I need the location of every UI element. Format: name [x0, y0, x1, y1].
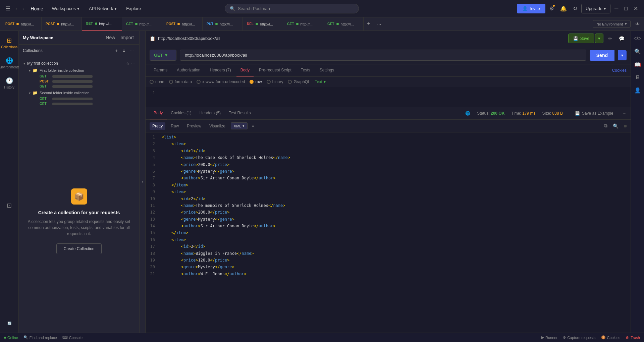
api-docs-button[interactable]: 📖 — [632, 59, 643, 70]
home-link[interactable]: Home — [28, 5, 46, 13]
format-selector[interactable]: XML ▾ — [231, 122, 248, 129]
urlencoded-radio[interactable] — [197, 80, 201, 84]
maximize-button[interactable]: □ — [622, 4, 630, 14]
collection-options-icon[interactable]: ··· — [131, 61, 135, 65]
tab-4[interactable]: POST http://l... — [162, 17, 203, 31]
graphql-radio[interactable] — [288, 80, 292, 84]
sidebar-history-button[interactable]: 🕐 History — [1, 74, 18, 93]
request-item-0-0[interactable]: GET — [38, 74, 137, 79]
tab-tests[interactable]: Tests — [297, 64, 314, 76]
resp-tab-headers[interactable]: Headers (5) — [196, 107, 225, 119]
url-input[interactable] — [180, 50, 586, 61]
sidebar-environments-button[interactable]: 🌐 Environments — [1, 54, 18, 72]
sidebar-runner-button[interactable]: 🔄 — [1, 318, 18, 329]
minimize-button[interactable]: ─ — [612, 4, 620, 14]
tab-headers[interactable]: Headers (7) — [206, 64, 235, 76]
resp-tab-testresults[interactable]: Test Results — [225, 107, 255, 119]
tab-7[interactable]: GET http://l... — [283, 17, 323, 31]
tab-settings[interactable]: Settings — [316, 64, 338, 76]
workspaces-menu[interactable]: Workspaces ▾ — [49, 5, 83, 12]
settings-button[interactable]: ⚙ — [547, 3, 556, 14]
body-option-urlencoded[interactable]: x-www-form-urlencoded — [197, 79, 245, 84]
send-dropdown-button[interactable]: ▾ — [618, 50, 627, 60]
api-network-menu[interactable]: API Network ▾ — [86, 5, 120, 12]
body-option-raw[interactable]: raw — [250, 79, 262, 84]
binary-radio[interactable] — [267, 80, 271, 84]
tab-authorization[interactable]: Authorization — [173, 64, 204, 76]
explore-link[interactable]: Explore — [123, 5, 144, 12]
fmt-visualize-button[interactable]: Visualize — [207, 122, 228, 130]
add-collection-button[interactable]: + — [114, 47, 119, 55]
collections-more-button[interactable]: ··· — [128, 47, 135, 55]
tab-6[interactable]: DEL http://l... — [243, 17, 283, 31]
search-response-button[interactable]: 🔍 — [611, 122, 620, 130]
create-collection-button[interactable]: Create Collection — [56, 243, 101, 254]
tab-3[interactable]: GET http://l... — [122, 17, 162, 31]
fmt-preview-button[interactable]: Preview — [184, 122, 204, 130]
tab-body[interactable]: Body — [236, 64, 254, 76]
folder-header-1[interactable]: ▾ 📁 Second folder inside collection — [27, 90, 137, 96]
resp-tab-cookies[interactable]: Cookies (1) — [167, 107, 195, 119]
body-option-formdata[interactable]: form-data — [169, 79, 192, 84]
console-button[interactable]: ⌨ Console — [62, 335, 83, 340]
upgrade-button[interactable]: Upgrade ▾ — [581, 4, 610, 13]
raw-radio[interactable] — [250, 80, 254, 84]
request-item-0-2[interactable]: GET — [38, 84, 137, 89]
sync-button[interactable]: ↻ — [571, 3, 579, 14]
sidebar-mock-button[interactable]: ⊡ — [1, 198, 18, 213]
resp-tab-body[interactable]: Body — [150, 107, 167, 119]
find-replace-button[interactable]: 🔍 Find and replace — [23, 335, 57, 340]
new-button[interactable]: New — [104, 34, 116, 42]
import-button[interactable]: Import — [119, 34, 135, 42]
forward-button[interactable]: › — [21, 5, 25, 13]
runner-button[interactable]: ▶ Runner — [541, 335, 557, 340]
collection-header[interactable]: ▾ My first collection ☆ ··· — [21, 60, 137, 67]
cookies-status-button[interactable]: 🍪 Cookies — [601, 335, 621, 340]
raw-type-selector[interactable]: Text ▾ — [315, 79, 326, 84]
new-tab-button[interactable]: + — [364, 20, 374, 27]
profile-button[interactable]: 👤 — [632, 85, 643, 96]
editor-content[interactable] — [159, 90, 631, 104]
method-selector[interactable]: GET ▾ — [150, 50, 176, 61]
collapse-panel-button[interactable]: › — [140, 31, 146, 333]
body-option-graphql[interactable]: GraphQL — [288, 79, 310, 84]
body-option-binary[interactable]: binary — [267, 79, 283, 84]
invite-button[interactable]: 👤 Invite — [517, 4, 545, 13]
search-sidebar-button[interactable]: 🔍 — [632, 46, 643, 57]
resize-handle[interactable] — [624, 125, 627, 127]
tab-prerequest[interactable]: Pre-request Script — [255, 64, 296, 76]
body-option-none[interactable]: none — [150, 79, 164, 84]
monitor-button[interactable]: 🖥 — [633, 72, 642, 82]
collection-star-icon[interactable]: ☆ — [126, 61, 129, 66]
trash-button[interactable]: 🗑 Trash — [626, 336, 640, 340]
request-item-0-1[interactable]: POST — [38, 79, 137, 84]
environment-selector[interactable]: No Environment ▾ — [593, 20, 631, 28]
save-dropdown-button[interactable]: ▾ — [595, 34, 603, 43]
tab-params[interactable]: Params — [150, 64, 171, 76]
view-docs-button[interactable]: 💬 — [617, 34, 627, 43]
menu-button[interactable]: ☰ — [4, 4, 11, 13]
tab-5[interactable]: PUT http://l... — [203, 17, 243, 31]
edit-request-button[interactable]: ✏ — [606, 34, 614, 43]
fmt-pretty-button[interactable]: Pretty — [150, 122, 165, 130]
none-radio[interactable] — [150, 80, 154, 84]
sidebar-collections-button[interactable]: ⊞ Collections — [1, 34, 18, 52]
request-item-1-1[interactable]: GET — [38, 101, 137, 106]
tab-0[interactable]: POST http://l... — [1, 17, 42, 31]
tab-1[interactable]: POST http://l... — [42, 17, 82, 31]
wrap-lines-button[interactable]: ≡ — [250, 122, 256, 130]
capture-requests-button[interactable]: ⊙ Capture requests — [563, 335, 595, 340]
search-bar[interactable]: 🔍 Search Postman — [225, 4, 359, 13]
code-editor[interactable]: 1 — [146, 87, 631, 107]
tab-8[interactable]: GET http://l... — [323, 17, 364, 31]
formdata-radio[interactable] — [169, 80, 173, 84]
tab-2[interactable]: GET http://l... — [82, 17, 122, 31]
folder-header-0[interactable]: ▾ 📁 First folder inside collection — [27, 67, 137, 74]
request-item-1-0[interactable]: GET — [38, 96, 137, 101]
response-more-button[interactable]: ··· — [623, 111, 627, 116]
copy-response-button[interactable]: ⧉ — [603, 122, 609, 130]
notifications-button[interactable]: 🔔 — [558, 3, 569, 14]
back-button[interactable]: ‹ — [14, 5, 18, 13]
save-button[interactable]: 💾 Save — [568, 34, 594, 43]
code-view-button[interactable]: </> — [632, 34, 643, 44]
